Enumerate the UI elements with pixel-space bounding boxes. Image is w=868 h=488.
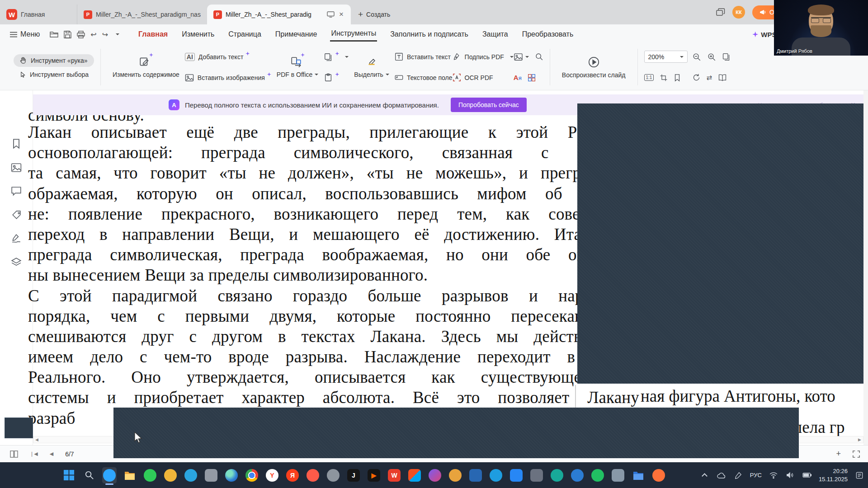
- thumbnails-panel-icon[interactable]: [11, 163, 22, 173]
- new-tab-button[interactable]: + Создать: [351, 5, 397, 24]
- fullscreen-icon[interactable]: [853, 450, 860, 458]
- hand-tool-button[interactable]: Инструмент «рука»: [14, 54, 94, 67]
- clock[interactable]: 20:26 15.11.2025: [819, 467, 848, 483]
- search-tool-button[interactable]: [535, 52, 543, 61]
- taskbar-icon-opera[interactable]: [306, 467, 320, 483]
- vertical-scrollbar[interactable]: [863, 90, 868, 445]
- menu-item-glavnaya[interactable]: Главная: [137, 28, 169, 40]
- quick-access-caret-icon[interactable]: [116, 33, 119, 35]
- taskbar-icon-wps-office[interactable]: W: [387, 467, 401, 483]
- bookmark-tool-button[interactable]: [674, 74, 681, 82]
- sign-pdf-button[interactable]: Подпись PDF: [453, 47, 514, 67]
- taskbar-icon-yandex-browser[interactable]: Y: [265, 467, 279, 483]
- previous-page-icon[interactable]: ◀: [50, 451, 53, 457]
- tags-panel-icon[interactable]: [11, 210, 22, 220]
- tab-document-1[interactable]: P Miller_Zh_-A_-_Shest_paradigm_nasl: [77, 5, 207, 24]
- taskbar-icon-green-phone[interactable]: [590, 467, 605, 483]
- menu-item-zapolnit[interactable]: Заполнить и подписать: [389, 28, 469, 40]
- taskbar-icon-mail[interactable]: [468, 467, 483, 483]
- account-avatar[interactable]: КК: [732, 6, 745, 19]
- redo-icon[interactable]: ↪: [102, 30, 108, 39]
- taskbar-icon-yandex[interactable]: Я: [285, 467, 300, 483]
- wifi-icon[interactable]: [769, 470, 778, 480]
- select-tool-button[interactable]: Инструмент выбора: [14, 69, 94, 80]
- crop-tool-button[interactable]: [660, 74, 668, 82]
- paste-tool-button[interactable]: [324, 67, 349, 88]
- battery-icon[interactable]: [802, 470, 812, 480]
- windows-stack-icon[interactable]: [716, 8, 725, 16]
- taskbar-icon-music-app[interactable]: J: [346, 467, 361, 483]
- signature-panel-icon[interactable]: [11, 234, 22, 244]
- taskbar-icon-bee-app[interactable]: [163, 467, 178, 483]
- taskbar-icon-app-gray[interactable]: [326, 467, 340, 483]
- taskbar-icon-app-grid[interactable]: [407, 467, 422, 483]
- comments-panel-icon[interactable]: [11, 186, 22, 196]
- bookmarks-panel-icon[interactable]: [11, 138, 21, 149]
- scroll-right-icon[interactable]: ▶: [858, 437, 861, 442]
- taskbar-icon-edge[interactable]: [224, 467, 239, 483]
- highlight-button[interactable]: Выделить: [349, 44, 395, 90]
- photo-tool-button[interactable]: [514, 53, 529, 61]
- taskbar-icon-kinopoisk[interactable]: ▶: [367, 467, 381, 483]
- zoom-out-button[interactable]: [692, 52, 701, 61]
- menu-item-primechanie[interactable]: Примечание: [274, 28, 318, 40]
- taskbar-icon-telegram[interactable]: [184, 467, 198, 483]
- print-icon[interactable]: [77, 31, 85, 38]
- first-page-icon[interactable]: ❘◀: [30, 451, 38, 457]
- taskbar-icon-windows-start[interactable]: [61, 467, 76, 483]
- volume-icon[interactable]: [785, 470, 795, 480]
- taskbar-icon-camera[interactable]: [204, 467, 218, 483]
- menu-item-preobrazovat[interactable]: Преобразовать: [521, 28, 575, 40]
- menu-item-stranitsa[interactable]: Страница: [227, 28, 262, 40]
- taskbar-icon-blue-folder[interactable]: [631, 467, 646, 483]
- taskbar-icon-whatsapp[interactable]: [143, 467, 157, 483]
- taskbar-icon-chrome[interactable]: [245, 467, 259, 483]
- menu-button[interactable]: Меню: [10, 30, 40, 38]
- pdf-to-office-button[interactable]: PDF в Office: [271, 44, 324, 90]
- rotate-button[interactable]: [692, 73, 701, 82]
- tab-document-2[interactable]: P Miller_Zh_-A_-_Shest_paradig ×: [207, 5, 351, 24]
- taskbar-icon-skype[interactable]: [489, 467, 503, 483]
- insert-text-button[interactable]: Вставить текст: [395, 47, 453, 67]
- open-folder-icon[interactable]: [50, 31, 58, 38]
- zoom-in-button[interactable]: [707, 52, 716, 61]
- zoom-select[interactable]: 200%: [644, 51, 688, 63]
- onedrive-cloud-icon[interactable]: [717, 470, 726, 480]
- taskbar-icon-display-app[interactable]: [611, 467, 625, 483]
- taskbar-icon-settings[interactable]: [529, 467, 544, 483]
- close-tab-icon[interactable]: ×: [338, 10, 344, 19]
- taskbar-icon-people[interactable]: [448, 467, 462, 483]
- status-zoom-in-icon[interactable]: +: [836, 449, 841, 459]
- taskbar-icon-paint[interactable]: [428, 467, 442, 483]
- copy-tool-button[interactable]: [324, 47, 349, 67]
- page-indicator[interactable]: 6/7: [65, 450, 74, 458]
- text-field-button[interactable]: Текстовое поле: [395, 67, 453, 88]
- undo-icon[interactable]: ↩: [90, 30, 96, 39]
- snapshot-button[interactable]: [722, 52, 731, 61]
- grid-tool-button[interactable]: [528, 74, 536, 82]
- taskbar-icon-firefox[interactable]: [651, 467, 666, 483]
- taskbar-icon-app-teal[interactable]: [550, 467, 564, 483]
- layers-panel-icon[interactable]: [11, 257, 22, 267]
- taskbar-icon-vk-teams[interactable]: [509, 467, 524, 483]
- insert-images-button[interactable]: Вставить изображения: [185, 67, 271, 88]
- pen-input-icon[interactable]: [733, 470, 743, 480]
- menu-item-instrumenty[interactable]: Инструменты: [330, 28, 377, 42]
- taskbar-icon-taskbar-search[interactable]: [82, 467, 96, 483]
- swap-pages-button[interactable]: ⇄: [707, 74, 712, 82]
- save-icon[interactable]: [64, 31, 71, 38]
- notification-center-icon[interactable]: [854, 470, 864, 480]
- menu-item-zashchita[interactable]: Защита: [481, 28, 509, 40]
- menu-item-izmenit[interactable]: Изменить: [181, 28, 215, 40]
- ocr-pdf-button[interactable]: OCR PDF: [453, 67, 514, 88]
- ai-add-text-button[interactable]: AI Добавить текст: [185, 47, 271, 67]
- reading-mode-button[interactable]: [718, 74, 727, 81]
- tab-home[interactable]: W Главная: [0, 5, 77, 24]
- tray-expand-icon[interactable]: [700, 470, 710, 480]
- scroll-left-icon[interactable]: ◀: [35, 437, 38, 442]
- play-slide-button[interactable]: Воспроизвести слайд: [557, 44, 631, 90]
- webcam-video[interactable]: Дмитрий Рябов: [774, 0, 868, 56]
- taskbar-icon-file-explorer[interactable]: [123, 467, 137, 483]
- translate-icon[interactable]: Ая: [514, 74, 522, 82]
- language-indicator[interactable]: РУС: [750, 472, 762, 479]
